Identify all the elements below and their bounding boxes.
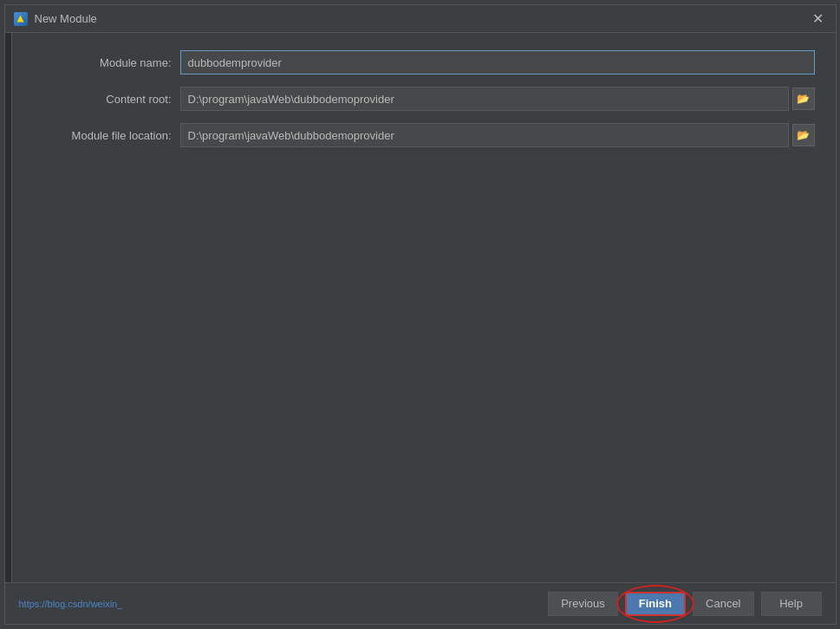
content-root-input[interactable]	[180, 87, 789, 111]
status-url: https://blog.csdn/weixin_	[19, 599, 123, 609]
close-button[interactable]: ✕	[810, 10, 827, 28]
module-app-icon	[14, 12, 28, 26]
finish-wrapper: Finish	[625, 592, 686, 616]
module-file-location-input-wrapper: 📂	[180, 123, 815, 147]
title-bar-left: New Module	[14, 12, 97, 26]
finish-button[interactable]: Finish	[625, 592, 686, 616]
module-name-input-wrapper	[180, 50, 815, 75]
previous-button[interactable]: Previous	[548, 592, 618, 616]
module-name-input[interactable]	[180, 50, 815, 75]
content-area: Module name: Content root: 📂	[5, 33, 836, 582]
content-root-row: Content root: 📂	[33, 87, 815, 111]
cancel-button[interactable]: Cancel	[693, 592, 753, 616]
module-file-location-row: Module file location: 📂	[33, 123, 815, 147]
new-module-dialog: New Module ✕ Module name: Content root:	[4, 4, 837, 625]
module-file-location-input[interactable]	[180, 123, 789, 147]
spacer	[33, 159, 815, 565]
module-file-location-browse-button[interactable]: 📂	[792, 124, 815, 146]
module-name-row: Module name:	[33, 50, 815, 75]
dialog-title: New Module	[35, 12, 97, 25]
footer: https://blog.csdn/weixin_ Previous Finis…	[5, 582, 836, 624]
content-root-label: Content root:	[33, 93, 172, 106]
content-root-browse-button[interactable]: 📂	[792, 88, 815, 110]
folder-icon-2: 📂	[797, 129, 810, 141]
content-root-input-wrapper: 📂	[180, 87, 815, 111]
module-file-location-label: Module file location:	[33, 129, 172, 142]
folder-icon: 📂	[797, 93, 810, 105]
module-name-label: Module name:	[33, 56, 172, 69]
help-button[interactable]: Help	[761, 592, 822, 616]
left-panel	[5, 33, 12, 582]
main-content: Module name: Content root: 📂	[12, 33, 836, 582]
title-bar: New Module ✕	[5, 5, 836, 33]
